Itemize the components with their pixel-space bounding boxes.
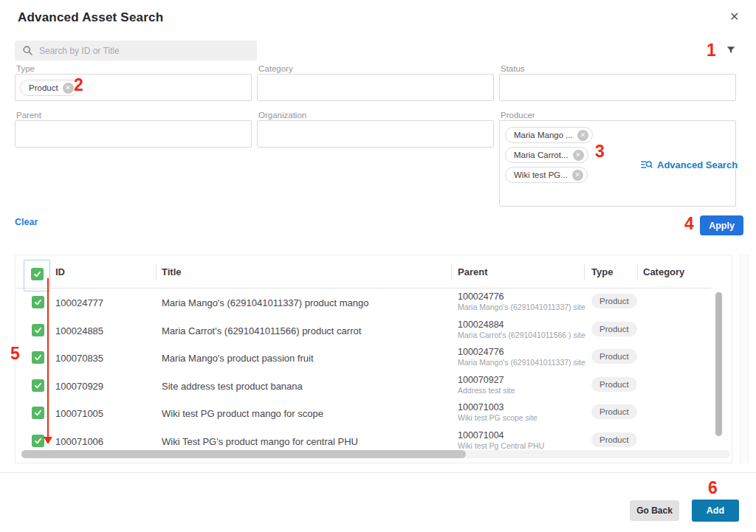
apply-button[interactable]: Apply bbox=[700, 215, 743, 235]
row-title: Site address test product banana bbox=[162, 381, 303, 392]
parent-subtitle: Maria Mango's (6291041011337) site bbox=[458, 358, 585, 367]
parent-subtitle: Wiki test Pg Central PHU bbox=[458, 441, 544, 450]
advanced-search-link[interactable]: Advanced Search bbox=[641, 159, 738, 170]
row-checkbox[interactable] bbox=[32, 407, 44, 419]
row-id: 100024885 bbox=[55, 325, 103, 336]
parent-id: 100071004 bbox=[458, 430, 504, 441]
callout-3: 3 bbox=[595, 142, 605, 162]
clear-link[interactable]: Clear bbox=[15, 217, 38, 227]
row-id: 100071005 bbox=[55, 408, 103, 419]
table-row[interactable]: 100024777 Maria Mango's (6291041011337) … bbox=[16, 289, 732, 317]
row-title: Maria Mango's (6291041011337) product ma… bbox=[162, 297, 368, 308]
column-header-type: Type bbox=[591, 266, 613, 277]
table-row[interactable]: 100024885 Maria Carrot's (6291041011566)… bbox=[16, 317, 732, 345]
category-label: Category bbox=[258, 64, 293, 73]
advanced-search-icon bbox=[641, 159, 653, 170]
row-checkbox[interactable] bbox=[32, 324, 44, 336]
producer-label: Producer bbox=[501, 111, 535, 120]
column-divider bbox=[637, 263, 638, 280]
column-header-title: Title bbox=[162, 266, 182, 277]
remove-chip-icon[interactable] bbox=[573, 150, 584, 161]
producer-chip-label: Maria Carrot... bbox=[514, 151, 568, 159]
add-button[interactable]: Add bbox=[692, 500, 739, 522]
search-bar[interactable] bbox=[15, 41, 257, 61]
remove-chip-icon[interactable] bbox=[572, 170, 583, 181]
callout-arrow-head-icon bbox=[44, 437, 52, 444]
parent-subtitle: Wiki test PG scope site bbox=[458, 413, 537, 422]
table-row[interactable]: 100070835 Maria Mango's product passion … bbox=[16, 344, 732, 372]
select-all-checkbox[interactable] bbox=[31, 268, 44, 280]
row-checkbox[interactable] bbox=[32, 296, 44, 308]
table-row[interactable]: 100071005 Wiki test PG product mango for… bbox=[16, 399, 732, 427]
row-id: 100024777 bbox=[55, 297, 103, 308]
producer-chip: Wiki test PG... bbox=[505, 167, 588, 183]
vertical-scrollbar[interactable] bbox=[715, 292, 722, 436]
parent-id: 100070927 bbox=[458, 375, 504, 385]
parent-id: 100071003 bbox=[458, 402, 504, 412]
type-badge: Product bbox=[591, 349, 637, 364]
dialog-scrollbar-rail[interactable] bbox=[740, 255, 749, 463]
results-table: ID Title Parent Type Category 100024777 … bbox=[15, 255, 732, 463]
go-back-button[interactable]: Go Back bbox=[630, 500, 679, 521]
parent-subtitle: Address test site bbox=[458, 386, 515, 395]
row-id: 100070835 bbox=[55, 353, 103, 364]
column-header-parent: Parent bbox=[458, 266, 487, 277]
table-row[interactable]: 100070929 Site address test product bana… bbox=[16, 372, 732, 400]
type-badge: Product bbox=[591, 377, 637, 392]
organization-label: Organization bbox=[258, 111, 306, 120]
column-divider bbox=[584, 263, 585, 280]
producer-chip-label: Maria Mango ... bbox=[514, 131, 573, 139]
row-id: 100071006 bbox=[55, 436, 103, 447]
parent-field[interactable] bbox=[15, 120, 252, 148]
row-id: 100070929 bbox=[55, 381, 103, 392]
column-divider bbox=[451, 263, 452, 280]
search-input[interactable] bbox=[39, 46, 250, 56]
remove-chip-icon[interactable] bbox=[63, 83, 74, 94]
close-icon[interactable]: ✕ bbox=[729, 10, 739, 24]
footer-divider bbox=[0, 472, 756, 473]
row-title: Wiki test PG product mango for scope bbox=[162, 408, 323, 419]
page-title: Advanced Asset Search bbox=[18, 10, 163, 25]
parent-subtitle: Maria Mango's (6291041011337) site bbox=[458, 303, 585, 311]
producer-chip: Maria Carrot... bbox=[505, 147, 588, 163]
row-checkbox[interactable] bbox=[32, 435, 44, 447]
type-label: Type bbox=[16, 64, 35, 73]
column-divider bbox=[156, 263, 157, 280]
row-checkbox[interactable] bbox=[32, 379, 44, 392]
callout-2: 2 bbox=[74, 75, 83, 95]
type-badge: Product bbox=[591, 294, 637, 308]
type-badge: Product bbox=[591, 404, 637, 419]
horizontal-scrollbar-thumb[interactable] bbox=[21, 450, 466, 458]
filter-icon[interactable] bbox=[726, 45, 736, 58]
horizontal-scrollbar-track[interactable] bbox=[21, 450, 730, 458]
type-badge: Product bbox=[591, 322, 637, 336]
parent-id: 100024884 bbox=[458, 319, 504, 330]
parent-subtitle: Maria Carrot's (6291041011566 ) site bbox=[458, 331, 585, 339]
category-field[interactable] bbox=[257, 74, 494, 101]
search-icon bbox=[22, 45, 33, 56]
status-field[interactable] bbox=[499, 74, 736, 101]
type-badge: Product bbox=[591, 432, 637, 447]
producer-chip-label: Wiki test PG... bbox=[514, 170, 568, 179]
column-header-category: Category bbox=[643, 266, 684, 277]
column-header-id: ID bbox=[55, 266, 65, 277]
type-chip-label: Product bbox=[29, 83, 58, 92]
remove-chip-icon[interactable] bbox=[577, 130, 588, 141]
callout-4: 4 bbox=[684, 214, 694, 234]
callout-6: 6 bbox=[708, 478, 718, 498]
parent-id: 100024776 bbox=[458, 291, 504, 302]
row-checkbox[interactable] bbox=[32, 351, 44, 364]
parent-id: 100024776 bbox=[458, 347, 504, 357]
status-label: Status bbox=[501, 64, 525, 73]
producer-chip: Maria Mango ... bbox=[505, 127, 593, 143]
organization-field[interactable] bbox=[257, 120, 494, 148]
parent-label: Parent bbox=[16, 111, 41, 120]
callout-arrow-line bbox=[47, 278, 49, 438]
row-title: Wiki Test PG's product mango for central… bbox=[162, 436, 358, 447]
type-chip: Product bbox=[20, 80, 78, 96]
advanced-search-label: Advanced Search bbox=[657, 159, 738, 170]
callout-1: 1 bbox=[707, 41, 716, 61]
callout-5: 5 bbox=[10, 344, 20, 364]
row-title: Maria Mango's product passion fruit bbox=[162, 353, 314, 364]
row-title: Maria Carrot's (6291041011566) product c… bbox=[162, 325, 361, 336]
